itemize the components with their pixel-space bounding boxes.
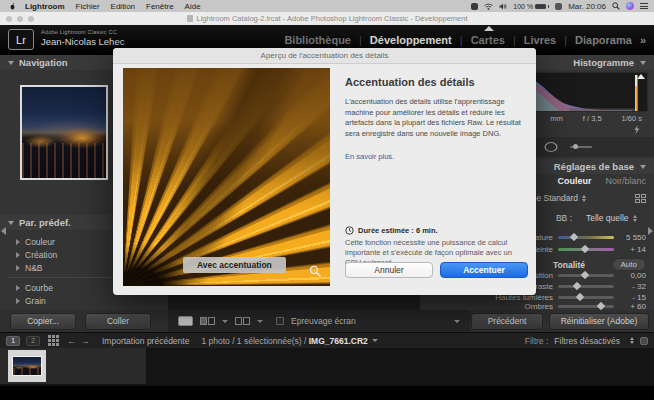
identity-app-name: Adobe Lightroom Classic CC	[41, 29, 124, 35]
siri-icon[interactable]	[626, 2, 634, 10]
highlight-clipping-icon[interactable]	[637, 74, 645, 79]
input-source-icon[interactable]	[555, 3, 562, 10]
adjustment-brush-tool-icon[interactable]	[570, 146, 592, 148]
chevron-down-icon[interactable]	[222, 320, 228, 323]
volume-icon[interactable]	[499, 3, 507, 10]
filmstrip-thumbnail	[12, 356, 42, 376]
filmstrip-header: 1 2 ←→ Importation précédente 1 photo / …	[0, 332, 654, 348]
navigate-arrows: ←→	[67, 336, 90, 346]
chevron-down-icon[interactable]	[372, 339, 378, 342]
radial-filter-tool-icon[interactable]	[545, 142, 558, 152]
slider-value: + 14	[622, 245, 654, 254]
contrast-slider[interactable]	[558, 285, 614, 288]
battery-indicator[interactable]: 100 %	[513, 3, 549, 10]
module-livres[interactable]: Livres	[524, 34, 556, 46]
highlights-slider[interactable]	[558, 296, 614, 299]
apple-menu-icon[interactable]	[9, 3, 16, 10]
left-panel-collapse-arrow[interactable]	[1, 227, 6, 235]
wifi-icon[interactable]	[484, 3, 493, 10]
menu-item-fichier[interactable]: Fichier	[76, 2, 100, 11]
enhance-button[interactable]: Accentuer	[440, 262, 528, 278]
learn-more-link[interactable]: En savoir plus.	[345, 152, 528, 161]
right-panel-collapse-arrow[interactable]	[648, 227, 653, 235]
filter-value[interactable]: Filtres désactivés	[554, 336, 620, 346]
primary-monitor-button[interactable]: 1	[6, 336, 20, 346]
module-cartes[interactable]: Cartes	[471, 34, 505, 46]
collapse-triangle-icon	[8, 221, 14, 225]
menubar-status-area: 100 % Mar. 20:06	[471, 2, 654, 11]
copy-settings-button[interactable]: Copier...	[10, 313, 76, 330]
preset-group-grain[interactable]: Grain	[0, 294, 168, 307]
navigator-preview[interactable]	[20, 85, 108, 180]
cancel-button[interactable]: Annuler	[345, 262, 433, 278]
soft-proof-checkbox[interactable]	[276, 317, 284, 325]
preview-state-label: Avec accentuation	[183, 257, 286, 273]
profile-select-icon[interactable]	[582, 195, 586, 202]
menu-item-aide[interactable]: Aide	[185, 2, 201, 11]
filmstrip-selected-cell[interactable]	[8, 350, 46, 382]
chevron-down-icon[interactable]	[257, 320, 263, 323]
app-status-icon[interactable]	[471, 3, 478, 10]
battery-icon	[535, 4, 546, 9]
filmstrip	[0, 348, 654, 386]
secondary-monitor-button[interactable]: 2	[26, 336, 40, 346]
battery-percent: 100 %	[513, 3, 533, 10]
expand-triangle-icon	[16, 252, 20, 258]
forward-arrow-icon[interactable]: →	[81, 336, 90, 346]
before-after-lr-icon[interactable]	[200, 317, 215, 325]
wb-select-icon[interactable]	[633, 215, 637, 222]
window-titlebar: Lightroom Catalog-2.lrcat - Adobe Photos…	[0, 12, 654, 25]
menubar-clock[interactable]: Mar. 20:06	[568, 2, 606, 11]
collapse-triangle-icon	[640, 165, 646, 169]
tint-slider[interactable]	[558, 248, 614, 251]
exif-aperture: f / 3,5	[583, 114, 602, 123]
profile-browser-icon[interactable]	[635, 194, 646, 203]
menu-item-edition[interactable]: Edition	[111, 2, 135, 11]
temperature-slider[interactable]	[558, 236, 614, 239]
menu-item-lightroom[interactable]: Lightroom	[25, 2, 65, 11]
identity-plate: Adobe Lightroom Classic CC Jean-Nicolas …	[41, 29, 124, 47]
shadows-slider[interactable]	[558, 305, 614, 308]
module-diaporama[interactable]: Diaporama	[575, 34, 632, 46]
expand-triangle-icon	[16, 285, 20, 291]
auto-tone-button[interactable]: Auto	[612, 258, 646, 271]
filmstrip-selection[interactable]: 1 photo / 1 sélectionnée(s) / IMG_7661.C…	[201, 336, 367, 346]
previous-button[interactable]: Précédent	[471, 313, 543, 330]
loupe-view-icon[interactable]	[178, 316, 193, 326]
module-separator: |	[513, 34, 516, 46]
lightroom-logo: Lr	[8, 29, 34, 50]
reset-button[interactable]: Réinitialiser (Adobe)	[549, 313, 649, 330]
enhance-preview[interactable]: Avec accentuation	[123, 68, 330, 286]
document-icon	[187, 15, 193, 22]
filmstrip-source[interactable]: Importation précédente	[102, 336, 189, 346]
filter-select-icon[interactable]	[630, 337, 634, 344]
bottom-toolbar: Copier... Coller Epreuvage écran Précéde…	[0, 310, 654, 332]
module-more-chevron[interactable]: »	[640, 34, 646, 46]
exposure-slider[interactable]	[558, 274, 614, 277]
spotlight-icon[interactable]	[612, 2, 620, 10]
tab-noir-blanc[interactable]: Noir/blanc	[605, 176, 646, 186]
toolbar-options-icon[interactable]	[454, 320, 460, 323]
module-separator: |	[564, 34, 567, 46]
expand-triangle-icon	[16, 239, 20, 245]
selected-filename: IMG_7661.CR2	[309, 336, 368, 346]
soft-proof-label: Epreuvage écran	[291, 316, 356, 326]
module-developpement[interactable]: Développement	[370, 34, 452, 46]
collapse-triangle-icon	[640, 61, 646, 65]
tab-couleur[interactable]: Couleur	[557, 176, 591, 186]
enhance-details-dialog: Aperçu de l'accentuation des détails Ave…	[113, 48, 536, 295]
control-center-icon[interactable]	[640, 3, 648, 9]
paste-settings-button[interactable]: Coller	[85, 313, 151, 330]
filter-switch-icon[interactable]	[640, 337, 648, 345]
grid-view-icon[interactable]	[48, 335, 59, 346]
back-arrow-icon[interactable]: ←	[67, 336, 76, 346]
module-bibliotheque[interactable]: Bibliothèque	[284, 34, 351, 46]
magnifier-icon	[309, 265, 322, 278]
menu-item-fenetre[interactable]: Fenêtre	[146, 2, 174, 11]
exif-shutter: 1/60 s	[622, 114, 642, 123]
before-after-tb-icon[interactable]	[235, 317, 250, 325]
screen-footer	[0, 386, 654, 400]
wb-value[interactable]: Telle quelle	[586, 213, 629, 223]
dialog-heading: Accentuation des détails	[345, 76, 528, 88]
slider-value: 0,00	[622, 271, 654, 280]
